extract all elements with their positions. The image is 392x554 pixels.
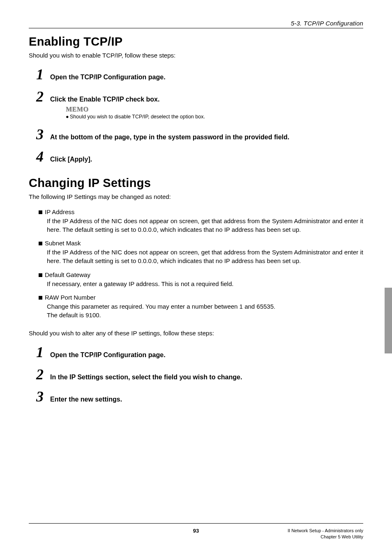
memo-block: MEMO ●Should you wish to disable TCP/IP,… bbox=[66, 106, 363, 120]
section-title-enabling: Enabling TCP/IP bbox=[29, 35, 363, 48]
step-row: 1 Open the TCP/IP Configuration page. bbox=[36, 345, 363, 360]
footer-right: II Network Setup - Administrators only C… bbox=[252, 528, 363, 540]
bullet-head: Default Gateway bbox=[39, 271, 363, 278]
step-number: 1 bbox=[36, 345, 50, 360]
footer: 93 II Network Setup - Administrators onl… bbox=[29, 523, 363, 540]
step-text: At the bottom of the page, type in the s… bbox=[50, 131, 289, 141]
step-text: Open the TCP/IP Configuration page. bbox=[50, 71, 166, 81]
header-rule: 5-3. TCP/IP Configuration bbox=[29, 20, 363, 28]
bullet-body: If the IP Address of the NIC does not ap… bbox=[47, 248, 363, 265]
memo-text: Should you wish to disable TCP/IP, desel… bbox=[70, 114, 205, 120]
square-bullet-icon bbox=[39, 242, 42, 245]
step-text: Click the Enable TCP/IP check box. bbox=[50, 93, 159, 103]
square-bullet-icon bbox=[39, 210, 42, 214]
step-number: 2 bbox=[36, 89, 50, 104]
step-number: 2 bbox=[36, 367, 50, 382]
bullet-head: IP Address bbox=[39, 208, 363, 215]
bullet-title: RAW Port Number bbox=[45, 294, 96, 301]
section-title-changing: Changing IP Settings bbox=[29, 176, 363, 190]
bullet-head: RAW Port Number bbox=[39, 294, 363, 301]
page: 5-3. TCP/IP Configuration Enabling TCP/I… bbox=[0, 0, 392, 554]
step-text: In the IP Settings section, select the f… bbox=[50, 371, 242, 381]
memo-line: ●Should you wish to disable TCP/IP, dese… bbox=[66, 114, 363, 120]
section2-intro: The following IP Settings may be changed… bbox=[29, 193, 363, 200]
footer-inner: 93 II Network Setup - Administrators onl… bbox=[29, 528, 363, 540]
bullet-title: IP Address bbox=[45, 208, 74, 215]
bullet-title: Subnet Mask bbox=[45, 240, 81, 247]
bullet-body: If necessary, enter a gateway IP address… bbox=[47, 280, 363, 289]
footer-right-line1: II Network Setup - Administrators only bbox=[252, 528, 363, 534]
step-number: 4 bbox=[36, 149, 50, 164]
memo-label: MEMO bbox=[66, 106, 363, 113]
section1-intro: Should you wish to enable TCP/IP, follow… bbox=[29, 52, 363, 59]
bullet-body-2: The default is 9100. bbox=[47, 311, 363, 320]
step-number: 1 bbox=[36, 67, 50, 82]
section2-after: Should you wish to alter any of these IP… bbox=[29, 330, 363, 337]
footer-right-line2: Chapter 5 Web Utility bbox=[252, 534, 363, 540]
step-row: 1 Open the TCP/IP Configuration page. bbox=[36, 67, 363, 82]
step-row: 3 At the bottom of the page, type in the… bbox=[36, 127, 363, 142]
step-text: Open the TCP/IP Configuration page. bbox=[50, 349, 166, 359]
step-number: 3 bbox=[36, 127, 50, 142]
bullet-dot-icon: ● bbox=[66, 114, 70, 120]
bullet-title: Default Gateway bbox=[45, 271, 90, 278]
page-number: 93 bbox=[140, 528, 251, 534]
square-bullet-icon bbox=[39, 296, 42, 300]
step-row: 2 In the IP Settings section, select the… bbox=[36, 367, 363, 382]
step-row: 2 Click the Enable TCP/IP check box. bbox=[36, 89, 363, 104]
step-text: Click [Apply]. bbox=[50, 153, 92, 163]
step-number: 3 bbox=[36, 389, 50, 404]
bullet-body: If the IP Address of the NIC does not ap… bbox=[47, 217, 363, 234]
bullet-list: IP Address If the IP Address of the NIC … bbox=[39, 208, 363, 320]
square-bullet-icon bbox=[39, 273, 42, 277]
bullet-body: Change this parameter as required. You m… bbox=[47, 302, 363, 311]
step-row: 4 Click [Apply]. bbox=[36, 149, 363, 164]
running-head: 5-3. TCP/IP Configuration bbox=[29, 20, 363, 27]
side-thumb-tab bbox=[385, 288, 392, 353]
step-row: 3 Enter the new settings. bbox=[36, 389, 363, 404]
bullet-head: Subnet Mask bbox=[39, 240, 363, 247]
step-text: Enter the new settings. bbox=[50, 393, 122, 403]
